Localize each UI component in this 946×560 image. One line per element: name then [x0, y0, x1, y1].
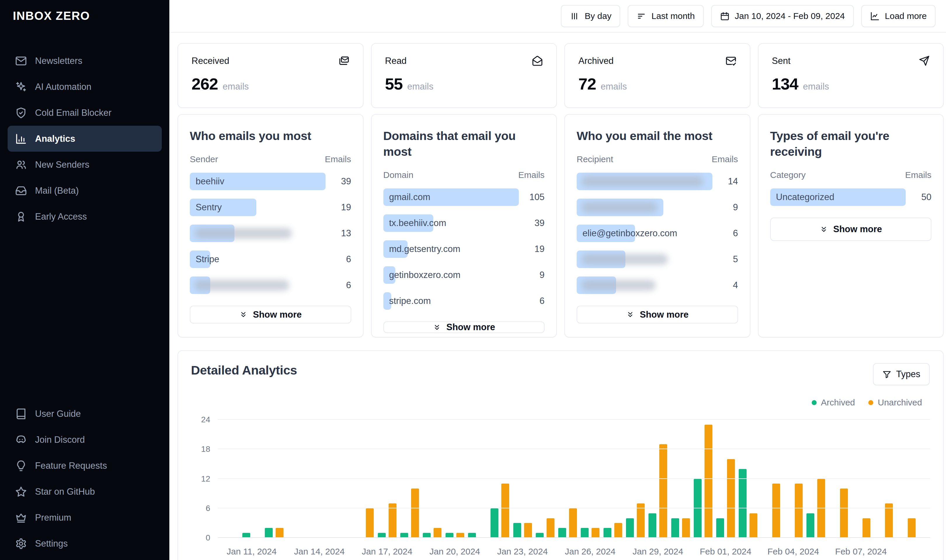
list-column-label: Recipient	[577, 154, 613, 164]
bar-group[interactable]	[285, 420, 308, 538]
inbox-icon	[15, 185, 27, 197]
sidebar-item-analytics[interactable]: Analytics	[8, 126, 162, 152]
stat-card-received: Received262emails	[177, 43, 364, 108]
list-item[interactable]: 4	[577, 277, 738, 294]
blurred-text	[581, 202, 657, 213]
bar-group[interactable]	[398, 420, 421, 538]
list-item[interactable]: 5	[577, 251, 738, 268]
sidebar-item-user-guide[interactable]: User Guide	[8, 401, 162, 427]
stat-card-sent: Sent134emails	[758, 43, 944, 108]
unarchived-bar	[840, 489, 848, 538]
list-item[interactable]: elie@getinboxzero.com6	[577, 225, 738, 242]
sidebar-item-early-access[interactable]: Early Access	[8, 203, 162, 229]
send-icon	[919, 55, 930, 66]
bar-group[interactable]	[330, 420, 353, 538]
gridline	[218, 478, 930, 479]
bar-group[interactable]	[759, 420, 782, 538]
bar-group[interactable]	[443, 420, 466, 538]
list-cards-row: Who emails you mostSenderEmailsbeehiiv 3…	[177, 114, 944, 337]
list-item-bar-track	[577, 251, 712, 268]
bar-group[interactable]	[715, 420, 737, 538]
lightbulb-icon	[15, 460, 27, 472]
bar-group[interactable]	[602, 420, 624, 538]
bar-group[interactable]	[534, 420, 556, 538]
list-item-label: elie@getinboxzero.com	[582, 228, 677, 238]
sidebar-item-mail-beta[interactable]: Mail (Beta)	[8, 178, 162, 203]
list-item[interactable]: md.getsentry.com19	[383, 240, 545, 258]
bar-group[interactable]	[489, 420, 511, 538]
last-month-button[interactable]: Last month	[628, 5, 704, 27]
list-item[interactable]: 9	[577, 198, 738, 216]
by-day-button[interactable]: By day	[561, 5, 620, 27]
sidebar-item-star-on-github[interactable]: Star on GitHub	[8, 478, 162, 505]
list-item[interactable]: tx.beehiiv.com39	[383, 214, 545, 232]
bar-group[interactable]	[669, 420, 692, 538]
sidebar-item-cold-email-blocker[interactable]: Cold Email Blocker	[8, 100, 162, 126]
show-more-button[interactable]: Show more	[577, 306, 738, 323]
bar-group[interactable]	[376, 420, 398, 538]
bar-chart-icon	[15, 133, 27, 145]
bar-group[interactable]	[556, 420, 579, 538]
bar-group[interactable]	[353, 420, 376, 538]
list-item[interactable]: getinboxzero.com9	[383, 266, 545, 284]
list-item[interactable]: stripe.com6	[383, 292, 545, 310]
bar-group[interactable]	[895, 420, 917, 538]
sidebar-item-feature-requests[interactable]: Feature Requests	[8, 453, 162, 478]
show-more-button[interactable]: Show more	[383, 322, 545, 333]
bar-group[interactable]	[827, 420, 850, 538]
list-item[interactable]: Stripe 6	[190, 251, 351, 268]
bar-group[interactable]	[624, 420, 647, 538]
button-label: Jan 10, 2024 - Feb 09, 2024	[735, 11, 845, 21]
bar-group[interactable]	[737, 420, 759, 538]
list-item-bar-track: md.getsentry.com	[383, 240, 519, 258]
sidebar-item-join-discord[interactable]: Join Discord	[8, 427, 162, 453]
bar-group[interactable]	[421, 420, 443, 538]
stat-label: Received	[191, 56, 229, 66]
bar-group[interactable]	[263, 420, 285, 538]
sidebar-item-settings[interactable]: Settings	[8, 531, 162, 557]
stat-card-read: Read55emails	[371, 43, 557, 108]
jan-10-2024-feb-09-2024-button[interactable]: Jan 10, 2024 - Feb 09, 2024	[711, 5, 854, 27]
list-item[interactable]: 6	[190, 277, 351, 294]
bar-group[interactable]	[308, 420, 330, 538]
stat-value: 134	[772, 74, 798, 93]
archived-bar	[581, 528, 589, 538]
bar-group[interactable]	[805, 420, 827, 538]
bar-group[interactable]	[872, 420, 895, 538]
show-more-button[interactable]: Show more	[770, 218, 932, 241]
types-filter-button[interactable]: Types	[873, 363, 930, 385]
bar-group[interactable]	[647, 420, 669, 538]
sidebar-item-new-senders[interactable]: New Senders	[8, 152, 162, 178]
list-item[interactable]: beehiiv 39	[190, 173, 351, 190]
list-column-value: Emails	[325, 154, 351, 164]
list-column-label: Category	[770, 170, 806, 180]
list-item[interactable]: Sentry 19	[190, 198, 351, 216]
bar-group[interactable]	[850, 420, 872, 538]
bar-group[interactable]	[579, 420, 602, 538]
archived-bar	[694, 479, 702, 538]
list-item[interactable]: 13	[190, 225, 351, 242]
unarchived-bar	[637, 503, 645, 538]
x-axis-tick: Feb 07, 2024	[835, 546, 887, 557]
list-item-value: 14	[712, 176, 738, 187]
unarchived-bar	[750, 513, 758, 538]
sidebar-item-newsletters[interactable]: Newsletters	[8, 48, 162, 74]
bar-group[interactable]	[782, 420, 804, 538]
bar-group[interactable]	[692, 420, 714, 538]
chart-x-axis: Jan 11, 2024Jan 14, 2024Jan 17, 2024Jan …	[218, 538, 917, 558]
list-item[interactable]: gmail.com105	[383, 188, 545, 206]
bar-group[interactable]	[466, 420, 488, 538]
unarchived-bar	[863, 518, 870, 538]
list-item[interactable]: 14	[577, 173, 738, 190]
x-axis-tick: Jan 11, 2024	[227, 546, 276, 557]
bar-group[interactable]	[240, 420, 263, 538]
sidebar-item-ai-automation[interactable]: AI Automation	[8, 74, 162, 100]
load-more-button[interactable]: Load more	[861, 5, 935, 27]
show-more-button[interactable]: Show more	[190, 306, 351, 323]
gridline	[218, 449, 930, 449]
sidebar-footer-nav: User GuideJoin DiscordFeature RequestsSt…	[0, 401, 169, 557]
list-item[interactable]: Uncategorized50	[770, 188, 932, 206]
bar-group[interactable]	[218, 420, 240, 538]
sidebar-item-premium[interactable]: Premium	[8, 505, 162, 531]
bar-group[interactable]	[511, 420, 534, 538]
